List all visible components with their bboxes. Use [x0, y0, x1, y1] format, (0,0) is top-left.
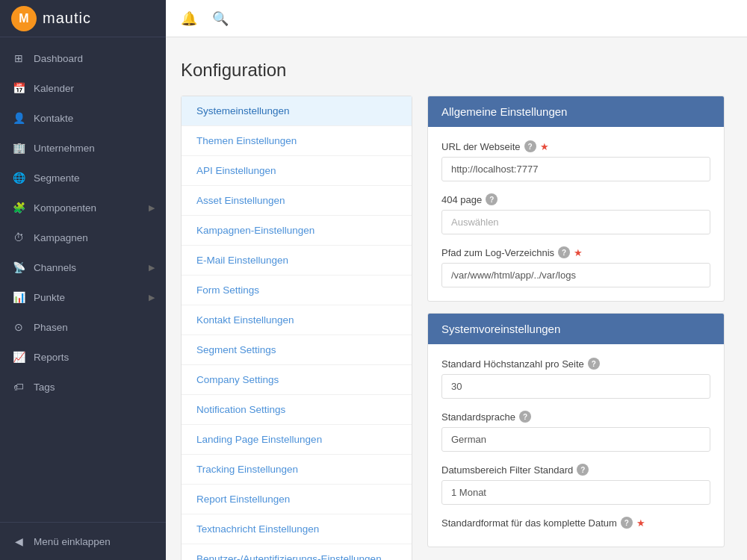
punkte-icon: 📊 [11, 290, 26, 305]
dashboard-icon: ⊞ [11, 51, 26, 66]
sidebar-label-kontakte: Kontakte [34, 113, 155, 124]
logo-text: mautic [43, 10, 91, 27]
form-group-log: Pfad zum Log-Verzeichnis ? ★ [441, 246, 710, 287]
sidebar-item-collapse[interactable]: ◀ Menü einklappen [0, 526, 166, 556]
language-input[interactable] [441, 427, 710, 452]
date-range-input[interactable] [441, 480, 710, 505]
form-group-date-format: Standardformat für das komplette Datum ?… [441, 517, 710, 529]
menu-item-notification[interactable]: Notification Settings [182, 395, 412, 425]
sidebar-item-unternehmen[interactable]: 🏢 Unternehmen [0, 133, 166, 163]
date-format-required-star: ★ [636, 517, 645, 529]
form-group-404: 404 page ? Auswählen [441, 193, 710, 234]
topbar: 🔔 🔍 [166, 0, 747, 37]
language-label: Standardsprache ? [441, 411, 710, 423]
reports-icon: 📈 [11, 349, 26, 364]
sidebar-item-segmente[interactable]: 🌐 Segmente [0, 163, 166, 193]
form-group-url: URL der Webseite ? ★ [441, 140, 710, 181]
menu-item-systemeinstellungen[interactable]: Systemeinstellungen [182, 96, 412, 126]
items-per-page-input[interactable] [441, 374, 710, 399]
sidebar-item-komponenten[interactable]: 🧩 Komponenten ▶ [0, 193, 166, 223]
sidebar-item-phasen[interactable]: ⊙ Phasen [0, 312, 166, 342]
settings-menu: Systemeinstellungen Themen Einstellungen… [181, 96, 412, 560]
logo-icon: M [11, 6, 37, 31]
menu-item-api[interactable]: API Einstellungen [182, 156, 412, 186]
form-group-items-per-page: Standard Höchstanzahl pro Seite ? [441, 358, 710, 399]
page-title: Konfiguration [181, 60, 725, 81]
channels-arrow-icon: ▶ [149, 263, 155, 273]
url-input[interactable] [441, 157, 710, 181]
menu-item-tracking[interactable]: Tracking Einstellungen [182, 455, 412, 485]
sidebar-nav: ⊞ Dashboard 📅 Kalender 👤 Kontakte 🏢 Unte… [0, 37, 166, 522]
menu-item-themen[interactable]: Themen Einstellungen [182, 126, 412, 156]
menu-item-asset[interactable]: Asset Einstellungen [182, 186, 412, 216]
sidebar-label-channels: Channels [34, 262, 149, 273]
search-icon[interactable]: 🔍 [212, 10, 229, 27]
page404-select[interactable]: Auswählen [441, 210, 710, 234]
sidebar-item-reports[interactable]: 📈 Reports [0, 342, 166, 372]
menu-item-report[interactable]: Report Einstellungen [182, 485, 412, 514]
sidebar-label-komponenten: Komponenten [34, 202, 149, 214]
unternehmen-icon: 🏢 [11, 140, 26, 155]
date-range-label: Datumsbereich Filter Standard ? [441, 464, 710, 476]
tags-icon: 🏷 [11, 379, 26, 394]
main-content: Konfiguration Systemeinstellungen Themen… [166, 37, 747, 560]
section-systemvoreinstellungen: Systemvoreinstellungen Standard Höchstan… [427, 313, 725, 547]
form-group-language: Standardsprache ? [441, 411, 710, 452]
notification-icon[interactable]: 🔔 [181, 10, 197, 27]
channels-icon: 📡 [11, 260, 26, 275]
phasen-icon: ⊙ [11, 320, 26, 335]
menu-item-benutzer[interactable]: Benutzer-/Autentifizierungs-Einstellunge… [182, 544, 412, 560]
date-format-label: Standardformat für das komplette Datum ?… [441, 517, 710, 529]
items-per-page-label: Standard Höchstanzahl pro Seite ? [441, 358, 710, 370]
menu-item-landingpage[interactable]: Landing Page Einstellungen [182, 425, 412, 455]
kampagnen-icon: ⏱ [11, 230, 26, 245]
menu-item-kampagnen[interactable]: Kampagnen-Einstellungen [182, 216, 412, 246]
page404-help-icon: ? [486, 193, 498, 205]
sidebar-item-kampagnen[interactable]: ⏱ Kampagnen [0, 223, 166, 252]
log-input[interactable] [441, 263, 710, 287]
sidebar-item-kontakte[interactable]: 👤 Kontakte [0, 103, 166, 133]
section-systemvoreinstellungen-header: Systemvoreinstellungen [428, 314, 724, 344]
language-help-icon: ? [519, 411, 531, 423]
log-required-star: ★ [574, 247, 583, 258]
url-label: URL der Webseite ? ★ [441, 140, 710, 152]
date-range-help-icon: ? [577, 464, 589, 476]
sidebar-label-collapse: Menü einklappen [34, 536, 155, 547]
section-allgemeine: Allgemeine Einstellungen URL der Webseit… [427, 96, 725, 302]
menu-item-kontakt[interactable]: Kontakt Einstellungen [182, 305, 412, 335]
menu-item-form[interactable]: Form Settings [182, 276, 412, 305]
sidebar-label-reports: Reports [34, 352, 155, 363]
menu-item-textnachricht[interactable]: Textnachricht Einstellungen [182, 514, 412, 544]
page404-label: 404 page ? [441, 193, 710, 205]
menu-item-company[interactable]: Company Settings [182, 365, 412, 395]
sidebar-label-punkte: Punkte [34, 292, 149, 303]
sidebar-item-kalender[interactable]: 📅 Kalender [0, 73, 166, 103]
section-allgemeine-header: Allgemeine Einstellungen [428, 96, 724, 127]
log-label: Pfad zum Log-Verzeichnis ? ★ [441, 246, 710, 258]
sidebar-label-tags: Tags [34, 382, 155, 393]
menu-item-email[interactable]: E-Mail Einstellungen [182, 246, 412, 276]
sidebar-bottom: ◀ Menü einklappen [0, 522, 166, 560]
url-help-icon: ? [524, 140, 536, 152]
sidebar-label-kalender: Kalender [34, 83, 155, 94]
sidebar-label-unternehmen: Unternehmen [34, 143, 155, 154]
komponenten-arrow-icon: ▶ [149, 203, 155, 213]
section-systemvoreinstellungen-body: Standard Höchstanzahl pro Seite ? Standa… [428, 344, 724, 547]
log-help-icon: ? [558, 246, 570, 258]
menu-item-segment[interactable]: Segment Settings [182, 335, 412, 365]
date-format-help-icon: ? [621, 517, 633, 529]
segmente-icon: 🌐 [11, 170, 26, 185]
content-area: Systemeinstellungen Themen Einstellungen… [181, 96, 725, 560]
sidebar-item-tags[interactable]: 🏷 Tags [0, 372, 166, 402]
section-allgemeine-body: URL der Webseite ? ★ 404 page ? [428, 127, 724, 301]
sidebar-item-punkte[interactable]: 📊 Punkte ▶ [0, 282, 166, 312]
sidebar: M mautic ⊞ Dashboard 📅 Kalender 👤 Kontak… [0, 0, 166, 560]
sidebar-item-channels[interactable]: 📡 Channels ▶ [0, 252, 166, 282]
items-per-page-help-icon: ? [588, 358, 600, 370]
url-required-star: ★ [540, 141, 549, 152]
collapse-icon: ◀ [11, 534, 26, 549]
sidebar-logo: M mautic [0, 0, 166, 37]
sidebar-label-dashboard: Dashboard [34, 53, 155, 64]
kontakte-icon: 👤 [11, 111, 26, 125]
sidebar-item-dashboard[interactable]: ⊞ Dashboard [0, 43, 166, 73]
